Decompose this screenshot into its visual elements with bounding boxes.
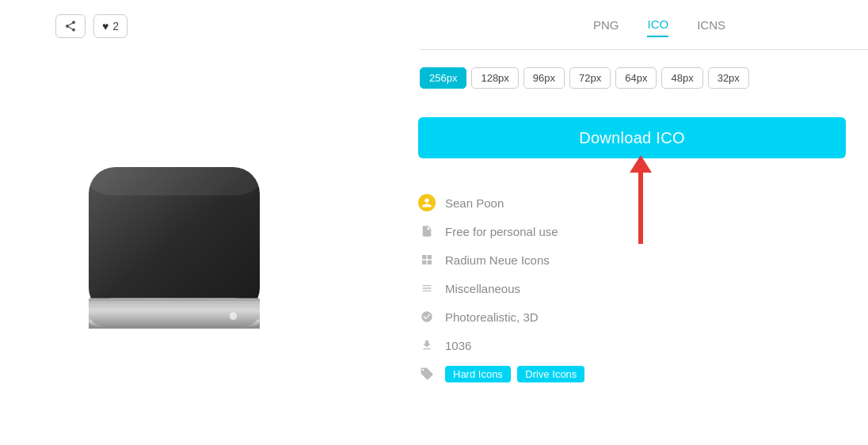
tabs-divider bbox=[420, 49, 868, 50]
size-64[interactable]: 64px bbox=[615, 67, 657, 89]
arrow-head bbox=[630, 155, 652, 173]
category-icon bbox=[418, 280, 436, 297]
style-icon bbox=[418, 308, 436, 325]
share-icon bbox=[64, 20, 77, 32]
format-tabs: PNG ICO ICNS bbox=[593, 17, 725, 37]
meta-section: Sean Poon Free for personal use Radium N… bbox=[418, 194, 588, 382]
size-48[interactable]: 48px bbox=[661, 67, 702, 89]
pack-icon bbox=[418, 251, 436, 268]
size-32[interactable]: 32px bbox=[708, 67, 749, 89]
top-actions: ♥ 2 bbox=[55, 14, 128, 38]
like-count: 2 bbox=[112, 20, 119, 32]
share-button[interactable] bbox=[55, 14, 86, 38]
author-row: Sean Poon bbox=[418, 194, 588, 211]
downloads-row: 1036 bbox=[418, 337, 588, 354]
author-avatar bbox=[418, 194, 436, 211]
license-text: Free for personal use bbox=[445, 225, 558, 238]
hdd-svg-icon bbox=[79, 154, 269, 360]
icon-preview bbox=[40, 154, 309, 360]
pack-row: Radium Neue Icons bbox=[418, 251, 588, 268]
tags-row: Hard Icons Drive Icons bbox=[418, 365, 588, 382]
tags-icon bbox=[418, 365, 436, 382]
tag-hard-icons[interactable]: Hard Icons bbox=[445, 366, 511, 382]
downloads-count: 1036 bbox=[445, 339, 471, 352]
category-text: Miscellaneous bbox=[445, 282, 520, 295]
tag-svg-icon bbox=[420, 367, 434, 381]
grid-icon bbox=[420, 253, 434, 266]
license-icon bbox=[418, 222, 436, 240]
style-svg-icon bbox=[421, 310, 433, 324]
tab-icns[interactable]: ICNS bbox=[697, 18, 725, 36]
downloads-icon bbox=[418, 337, 436, 354]
size-72[interactable]: 72px bbox=[569, 67, 611, 89]
tags-container: Hard Icons Drive Icons bbox=[445, 366, 588, 382]
download-svg-icon bbox=[421, 338, 433, 352]
document-icon bbox=[421, 224, 433, 238]
user-avatar-icon bbox=[421, 197, 432, 208]
heart-icon: ♥ bbox=[102, 20, 108, 32]
author-name: Sean Poon bbox=[445, 196, 504, 210]
size-buttons: 256px 128px 96px 72px 64px 48px 32px bbox=[420, 67, 749, 89]
size-128[interactable]: 128px bbox=[471, 67, 518, 89]
pack-name: Radium Neue Icons bbox=[445, 253, 550, 267]
download-button[interactable]: Download ICO bbox=[418, 117, 846, 158]
license-row: Free for personal use bbox=[418, 222, 588, 240]
svg-point-5 bbox=[230, 313, 238, 321]
style-text: Photorealistic, 3D bbox=[445, 310, 539, 324]
tab-png[interactable]: PNG bbox=[593, 18, 619, 36]
tab-ico[interactable]: ICO bbox=[647, 17, 668, 37]
arrow-line bbox=[638, 173, 643, 244]
svg-rect-1 bbox=[89, 167, 260, 196]
size-96[interactable]: 96px bbox=[523, 67, 565, 89]
style-row: Photorealistic, 3D bbox=[418, 308, 588, 325]
category-svg-icon bbox=[421, 281, 433, 295]
size-256[interactable]: 256px bbox=[420, 67, 466, 89]
tag-drive-icons[interactable]: Drive Icons bbox=[517, 366, 584, 382]
category-row: Miscellaneous bbox=[418, 280, 588, 297]
like-button[interactable]: ♥ 2 bbox=[93, 14, 128, 38]
arrow-indicator bbox=[630, 155, 652, 244]
